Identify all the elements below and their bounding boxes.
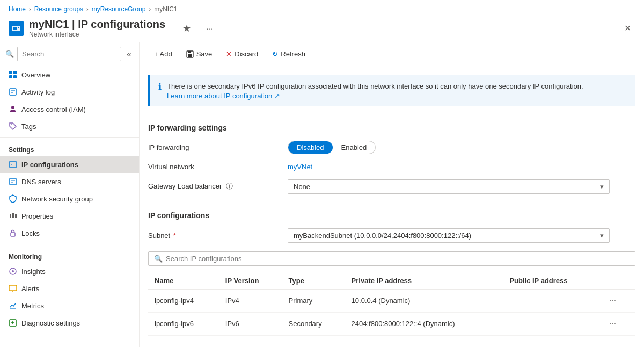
ip-config-search-box: 🔍 <box>148 251 635 266</box>
forwarding-row: IP forwarding Disabled Enabled <box>148 141 635 154</box>
row-more-button-1[interactable]: ··· <box>606 318 619 330</box>
app-window: Home › Resource groups › myResourceGroup… <box>0 0 644 347</box>
sidebar-item-iam[interactable]: Access control (IAM) <box>0 100 139 118</box>
svg-point-13 <box>11 124 12 125</box>
svg-rect-32 <box>188 51 191 53</box>
sidebar-item-nsg[interactable]: Network security group <box>0 190 139 207</box>
chevron-down-icon: ▾ <box>600 183 604 191</box>
sidebar-item-tags[interactable]: Tags <box>0 118 139 135</box>
discard-button[interactable]: ✕ Discard <box>220 47 264 61</box>
row-more-button-0[interactable]: ··· <box>606 295 619 307</box>
add-button[interactable]: + Add <box>148 47 178 61</box>
ip-config-search-input[interactable] <box>166 255 630 263</box>
svg-rect-7 <box>9 75 12 78</box>
svg-point-24 <box>12 270 14 272</box>
sidebar-item-properties[interactable]: Properties <box>0 207 139 225</box>
cell-public-ip-0 <box>503 289 599 312</box>
save-button[interactable]: Save <box>180 47 218 61</box>
sidebar-item-locks[interactable]: Locks <box>0 225 139 242</box>
subnet-label: Subnet * <box>148 232 288 240</box>
svg-rect-2 <box>14 27 16 30</box>
cell-private-ip-1: 2404:f800:8000:122::4 (Dynamic) <box>345 312 503 335</box>
sidebar-item-overview[interactable]: Overview <box>0 66 139 83</box>
ip-configurations-section: IP configurations Subnet * myBackendSubn… <box>140 211 644 344</box>
nsg-icon <box>9 194 17 203</box>
vnet-value: myVNet <box>288 163 635 171</box>
sidebar-item-metrics[interactable]: Metrics <box>0 297 139 314</box>
content-area: + Add Save ✕ Discard ↻ Refresh ℹ The <box>140 42 644 347</box>
breadcrumb-myresourcegroup[interactable]: myResourceGroup <box>92 5 146 13</box>
svg-point-12 <box>11 106 14 109</box>
glb-row: Gateway Load balancer ⓘ None ▾ <box>148 179 635 194</box>
cell-actions-1: ··· <box>599 312 635 335</box>
favorite-button[interactable]: ★ <box>179 20 194 37</box>
refresh-button[interactable]: ↻ Refresh <box>266 47 311 61</box>
toggle-enabled[interactable]: Enabled <box>333 141 376 154</box>
glb-selected-value: None <box>294 183 310 191</box>
collapse-button[interactable]: « <box>125 47 134 61</box>
nic-svg <box>11 24 21 33</box>
nic-icon <box>9 21 24 36</box>
svg-rect-9 <box>10 89 16 95</box>
glb-select[interactable]: None ▾ <box>288 179 610 194</box>
svg-rect-19 <box>10 214 11 218</box>
sidebar-label-nsg: Network security group <box>21 195 93 203</box>
cell-public-ip-1 <box>503 312 599 335</box>
required-indicator: * <box>173 232 176 240</box>
cell-actions-0: ··· <box>599 289 635 312</box>
sidebar-label-ip-configurations: IP configurations <box>21 161 78 169</box>
info-link[interactable]: Learn more about IP configuration ↗ <box>167 92 280 100</box>
cell-type-0: Primary <box>282 289 345 312</box>
vnet-link[interactable]: myVNet <box>288 163 312 171</box>
glb-label: Gateway Load balancer ⓘ <box>148 182 288 191</box>
sidebar-item-dns-servers[interactable]: DNS servers <box>0 173 139 190</box>
table-row: ipconfig-ipv4 IPv4 Primary 10.0.0.4 (Dyn… <box>148 289 635 312</box>
sidebar-item-ip-configurations[interactable]: IP configurations <box>0 156 139 173</box>
svg-rect-20 <box>12 213 14 218</box>
ip-configs-title: IP configurations <box>148 211 635 220</box>
activity-icon <box>9 88 17 96</box>
breadcrumb-home[interactable]: Home <box>9 5 26 13</box>
sidebar-item-diagnostic-settings[interactable]: Diagnostic settings <box>0 314 139 331</box>
sidebar-search-bar: 🔍 « <box>0 42 139 66</box>
page-subtitle: Network interface <box>29 31 165 38</box>
sidebar-label-alerts: Alerts <box>21 285 39 293</box>
sidebar-label-activity-log: Activity log <box>21 88 55 96</box>
breadcrumb-resource-groups[interactable]: Resource groups <box>34 5 83 13</box>
vnet-label: Virtual network <box>148 163 288 171</box>
sidebar-label-metrics: Metrics <box>21 302 44 310</box>
close-button[interactable]: ✕ <box>620 21 635 35</box>
save-icon <box>186 50 194 58</box>
table-row: ipconfig-ipv6 IPv6 Secondary 2404:f800:8… <box>148 312 635 335</box>
sidebar-label-locks: Locks <box>21 229 40 237</box>
monitoring-section-label: Monitoring <box>0 247 139 263</box>
sidebar-item-activity-log[interactable]: Activity log <box>0 83 139 100</box>
more-options-button[interactable]: ··· <box>203 22 216 35</box>
subnet-dropdown: myBackendSubnet (10.0.0.0/24,2404:f800:8… <box>288 228 635 243</box>
sidebar-label-dns-servers: DNS servers <box>21 178 61 186</box>
search-input[interactable] <box>17 47 121 61</box>
sidebar-label-properties: Properties <box>21 212 53 220</box>
insights-icon <box>9 267 17 276</box>
forwarding-toggle: Disabled Enabled <box>288 141 635 154</box>
sidebar-item-insights[interactable]: Insights <box>0 263 139 280</box>
col-name: Name <box>148 272 219 290</box>
col-public-ip: Public IP address <box>503 272 599 290</box>
svg-rect-1 <box>13 27 14 30</box>
locks-icon <box>9 229 17 237</box>
diag-icon <box>9 319 17 327</box>
col-ip-version: IP Version <box>219 272 282 290</box>
sidebar-label-tags: Tags <box>21 122 36 131</box>
ip-config-table: Name IP Version Type Private IP address … <box>148 272 635 336</box>
ip-forwarding-section: IP forwarding settings IP forwarding Dis… <box>140 115 644 211</box>
toggle-disabled[interactable]: Disabled <box>288 141 333 154</box>
subnet-select[interactable]: myBackendSubnet (10.0.0.0/24,2404:f800:8… <box>288 228 610 243</box>
sidebar-divider-1 <box>0 137 139 138</box>
svg-rect-6 <box>13 71 17 74</box>
header-actions: ★ ··· <box>175 20 216 37</box>
col-type: Type <box>282 272 345 290</box>
ip-forwarding-title: IP forwarding settings <box>148 124 635 132</box>
cell-name-0: ipconfig-ipv4 <box>148 289 219 312</box>
iam-icon <box>9 105 17 113</box>
sidebar-item-alerts[interactable]: Alerts <box>0 280 139 297</box>
